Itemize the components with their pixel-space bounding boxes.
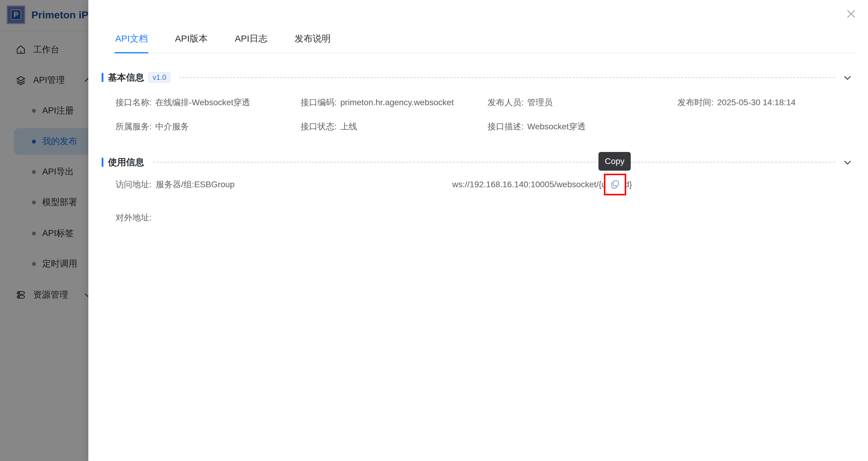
close-icon[interactable]	[844, 7, 858, 21]
copy-button-highlight[interactable]	[604, 174, 626, 195]
field-api-description: 接口描述: Websocket穿透	[488, 121, 678, 132]
external-address-row: 对外地址:	[116, 212, 156, 223]
usage-info-section-header: 使用信息	[102, 157, 856, 167]
copy-tooltip: Copy	[598, 152, 631, 171]
field-api-code: 接口编码: primeton.hr.agency.websocket	[301, 97, 488, 108]
copy-icon	[610, 180, 620, 189]
basic-info-section-header: 基本信息 v1.0	[102, 72, 856, 83]
section-accent-bar	[102, 73, 103, 82]
chevron-down-icon[interactable]	[843, 73, 852, 82]
tab-api-document[interactable]: API文档	[115, 33, 148, 53]
tab-bar: API文档 API版本 API日志 发布说明	[115, 33, 856, 53]
version-badge: v1.0	[148, 72, 170, 83]
dashed-divider	[153, 162, 835, 163]
section-title: 基本信息	[108, 71, 144, 84]
api-detail-drawer: API文档 API版本 API日志 发布说明 基本信息 v1.0 接口名称: 在…	[88, 0, 868, 461]
tab-api-version[interactable]: API版本	[174, 33, 208, 53]
usage-info-body: 访问地址: 服务器/组:ESBGroup ws://192.168.16.140…	[116, 174, 856, 246]
access-address-row: 访问地址: 服务器/组:ESBGroup	[116, 179, 235, 190]
section-title: 使用信息	[108, 156, 144, 168]
field-service: 所属服务: 中介服务	[116, 121, 301, 132]
field-api-status: 接口状态: 上线	[301, 121, 488, 132]
tab-release-notes[interactable]: 发布说明	[294, 33, 331, 53]
dashed-divider	[179, 77, 835, 78]
field-api-name: 接口名称: 在线编排-Websocket穿透	[116, 97, 301, 108]
basic-info-fields: 接口名称: 在线编排-Websocket穿透 接口编码: primeton.hr…	[116, 97, 856, 132]
section-accent-bar	[102, 158, 103, 167]
field-publisher: 发布人员: 管理员	[488, 97, 678, 108]
tab-api-log[interactable]: API日志	[234, 33, 268, 53]
chevron-down-icon[interactable]	[843, 158, 852, 167]
field-publish-time: 发布时间: 2025-05-30 14:18:14	[678, 97, 856, 108]
